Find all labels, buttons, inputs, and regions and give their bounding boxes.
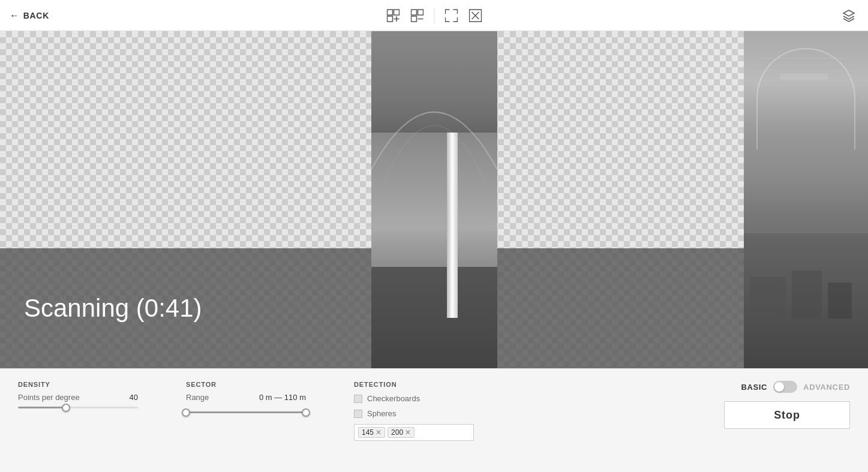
- ceiling-arc-svg: [371, 48, 497, 183]
- mode-toggle-knob: [774, 382, 784, 392]
- svg-rect-7: [411, 16, 416, 22]
- controls-area: DENSITY Points per degree 40 SECTOR Rang…: [0, 368, 868, 472]
- density-sub-label: Points per degree: [18, 393, 80, 402]
- tag-145: 145 ✕: [358, 427, 385, 438]
- scanning-status: Scanning (0:41): [24, 294, 202, 323]
- checkerboards-label: Checkerboards: [367, 394, 420, 403]
- canvas-area: Scanning (0:41): [0, 31, 868, 368]
- right-panel-image: [744, 31, 868, 368]
- close-view-button[interactable]: [465, 6, 485, 25]
- stop-button[interactable]: Stop: [724, 401, 850, 429]
- density-slider-fill: [18, 407, 66, 408]
- svg-rect-2: [387, 16, 392, 22]
- density-value: 40: [130, 393, 138, 402]
- center-panel: [371, 31, 497, 368]
- svg-rect-16: [780, 74, 828, 80]
- header: ← BACK: [0, 0, 868, 31]
- back-button[interactable]: ← BACK: [10, 10, 49, 21]
- density-label: DENSITY: [18, 381, 138, 388]
- remove-viewport-icon: [410, 9, 424, 22]
- sector-label: SECTOR: [186, 381, 306, 388]
- svg-rect-0: [387, 10, 392, 15]
- sector-range-value: 0 m — 110 m: [259, 393, 306, 402]
- checkerboards-row: Checkerboards: [354, 394, 474, 403]
- spheres-label: Spheres: [367, 409, 396, 418]
- right-controls: BASIC ADVANCED Stop: [724, 381, 850, 429]
- mode-toggle-row: BASIC ADVANCED: [741, 381, 850, 393]
- advanced-mode-label: ADVANCED: [803, 383, 850, 392]
- close-view-icon: [468, 9, 482, 22]
- density-section: DENSITY Points per degree 40: [18, 381, 138, 408]
- header-divider: [434, 8, 434, 23]
- back-arrow-icon: ←: [10, 10, 20, 21]
- detection-label: DETECTION: [354, 381, 474, 388]
- tag-200-close[interactable]: ✕: [405, 429, 411, 436]
- room-floor: [371, 267, 497, 368]
- tag-145-close[interactable]: ✕: [376, 429, 382, 436]
- svg-rect-5: [411, 10, 416, 15]
- layers-button[interactable]: [839, 6, 858, 25]
- sector-min-thumb[interactable]: [182, 408, 190, 417]
- fit-view-icon: [444, 9, 458, 22]
- tag-input-container[interactable]: 145 ✕ 200 ✕: [354, 424, 474, 441]
- density-slider-track: [18, 407, 138, 408]
- density-row: Points per degree 40: [18, 393, 138, 402]
- sector-range-fill: [186, 411, 306, 413]
- layers-icon: [842, 9, 855, 22]
- remove-viewport-button[interactable]: [407, 6, 427, 25]
- header-right: [839, 6, 858, 25]
- checkerboards-checkbox[interactable]: [354, 395, 362, 403]
- sector-section: SECTOR Range 0 m — 110 m: [186, 381, 306, 413]
- svg-marker-12: [843, 10, 854, 16]
- right-ceiling-svg: [744, 31, 868, 200]
- tag-200: 200 ✕: [388, 427, 415, 438]
- svg-rect-18: [792, 271, 822, 319]
- sector-range-slider[interactable]: [186, 411, 306, 413]
- add-viewport-button[interactable]: [383, 6, 403, 25]
- spheres-checkbox[interactable]: [354, 410, 362, 418]
- detection-section: DETECTION Checkerboards Spheres 145 ✕ 20…: [354, 381, 474, 441]
- spheres-row: Spheres: [354, 409, 474, 418]
- density-slider-container[interactable]: [18, 407, 138, 408]
- right-room-svg: [744, 233, 868, 368]
- tag-145-value: 145: [362, 428, 374, 437]
- density-slider-thumb[interactable]: [62, 404, 70, 412]
- basic-mode-label: BASIC: [741, 383, 767, 392]
- back-label: BACK: [23, 11, 49, 20]
- center-image: [371, 31, 497, 368]
- add-viewport-icon: [386, 9, 400, 22]
- right-panel: [744, 31, 868, 368]
- sector-range-track: [186, 411, 306, 413]
- sector-max-thumb[interactable]: [302, 408, 310, 417]
- svg-rect-1: [394, 10, 399, 15]
- tag-200-value: 200: [391, 428, 403, 437]
- svg-rect-17: [750, 277, 786, 319]
- svg-rect-19: [828, 283, 852, 319]
- svg-rect-6: [418, 10, 423, 15]
- right-room: [744, 233, 868, 368]
- sector-sub-label: Range: [186, 393, 209, 402]
- header-tools: [383, 6, 485, 25]
- fit-view-button[interactable]: [441, 6, 461, 25]
- sector-row: Range 0 m — 110 m: [186, 393, 306, 402]
- mode-toggle-switch[interactable]: [773, 381, 797, 393]
